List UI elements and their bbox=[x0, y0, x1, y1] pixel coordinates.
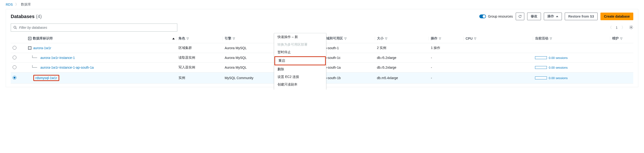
settings-button[interactable] bbox=[629, 25, 633, 30]
cell-role: 区域集群 bbox=[176, 43, 223, 53]
search-icon bbox=[13, 26, 17, 29]
col-header-activity[interactable]: 当前活动▽ bbox=[533, 34, 610, 43]
select-radio[interactable] bbox=[12, 56, 16, 59]
activity-sessions-link[interactable]: 0.00 sessions bbox=[549, 56, 568, 60]
svg-point-2 bbox=[631, 27, 632, 28]
select-radio[interactable] bbox=[12, 65, 16, 69]
cell-cpu bbox=[464, 43, 533, 53]
gear-icon bbox=[629, 25, 633, 29]
cell-cpu bbox=[464, 63, 533, 72]
cell-maint bbox=[610, 63, 633, 72]
page-number: 1 bbox=[616, 26, 618, 29]
dropdown-item[interactable]: 创建 Aurora 只读副本 bbox=[274, 88, 326, 90]
sort-icon: ▽ bbox=[620, 37, 622, 40]
tree-branch-icon bbox=[30, 65, 38, 70]
cell-region: ap-south-1 bbox=[321, 43, 375, 53]
dropdown-item[interactable]: 设置 EC2 连接 bbox=[274, 73, 326, 81]
svg-point-0 bbox=[14, 26, 16, 28]
col-header-region[interactable]: 区域和可用区▽ bbox=[321, 34, 375, 43]
refresh-icon bbox=[518, 14, 522, 18]
col-header-id[interactable]: +数据库标识符 bbox=[26, 34, 176, 43]
cell-role: 读取器实例 bbox=[176, 53, 223, 63]
filter-container bbox=[11, 23, 177, 32]
collapse-icon[interactable]: − bbox=[28, 46, 32, 50]
svg-line-1 bbox=[16, 28, 17, 29]
cell-cpu bbox=[464, 53, 533, 63]
group-resources-label: Group resources bbox=[488, 14, 513, 18]
filter-input[interactable] bbox=[19, 26, 175, 29]
col-header-cpu[interactable]: CPU▽ bbox=[464, 34, 533, 43]
col-header-maint[interactable]: 维护▽ bbox=[610, 34, 633, 43]
cell-maint bbox=[610, 72, 633, 84]
breadcrumb-root[interactable]: RDS bbox=[6, 2, 13, 6]
actions-button[interactable]: 操作 bbox=[544, 12, 562, 20]
dropdown-item[interactable]: 创建只读副本 bbox=[274, 81, 326, 88]
sort-icon: ▽ bbox=[186, 37, 189, 40]
activity-bar bbox=[535, 76, 547, 79]
db-identifier-link[interactable]: rdsmysql-1w1r bbox=[36, 76, 57, 80]
tree-branch-icon bbox=[30, 55, 38, 60]
modify-button[interactable]: 修改 bbox=[527, 12, 541, 20]
cell-ops: 1 操作 bbox=[429, 43, 464, 53]
cell-size: 2 实例 bbox=[375, 43, 429, 53]
caret-up-icon bbox=[556, 16, 558, 17]
sort-icon: ▽ bbox=[385, 37, 387, 40]
restore-button[interactable]: Restore from S3 bbox=[565, 12, 598, 20]
activity-sessions-link[interactable]: 0.00 sessions bbox=[549, 76, 568, 80]
cell-region: ap-south-1b bbox=[321, 72, 375, 84]
cell-ops: - bbox=[429, 53, 464, 63]
select-radio[interactable] bbox=[12, 76, 16, 80]
activity-sessions-link[interactable]: 0.00 sessions bbox=[549, 66, 568, 69]
dropdown-item: 转换为多可用区部署 bbox=[274, 41, 326, 48]
select-radio[interactable] bbox=[12, 46, 16, 50]
sort-icon: ▽ bbox=[344, 37, 346, 40]
cell-size: db.m5.4xlarge bbox=[375, 72, 429, 84]
activity-bar bbox=[535, 66, 547, 69]
cell-ops: - bbox=[429, 63, 464, 72]
breadcrumb: RDS 〉 数据库 bbox=[6, 2, 638, 7]
col-header-size[interactable]: 大小▽ bbox=[375, 34, 429, 43]
cell-role: 实例 bbox=[176, 72, 223, 84]
create-database-button[interactable]: Create database bbox=[600, 12, 633, 20]
cell-size: db.r5.2xlarge bbox=[375, 63, 429, 72]
page-next[interactable]: 〉 bbox=[622, 25, 625, 30]
col-header-role[interactable]: 角色▽ bbox=[176, 34, 223, 43]
activity-bar bbox=[535, 56, 547, 59]
sort-asc-icon bbox=[172, 38, 175, 39]
db-identifier-link[interactable]: aurora-1w1r-instance-1 bbox=[40, 56, 75, 60]
group-resources-toggle[interactable] bbox=[479, 14, 486, 18]
refresh-button[interactable] bbox=[516, 12, 524, 20]
cell-cpu bbox=[464, 72, 533, 84]
actions-dropdown: 快速操作 – 新转换为多可用区部署暂时停止重启删除设置 EC2 连接创建只读副本… bbox=[274, 33, 326, 90]
page-title: Databases bbox=[11, 14, 34, 19]
chevron-right-icon: 〉 bbox=[15, 2, 18, 7]
dropdown-item[interactable]: 重启 bbox=[274, 56, 326, 65]
dropdown-item[interactable]: 快速操作 – 新 bbox=[274, 33, 326, 41]
dropdown-item[interactable]: 暂时停止 bbox=[274, 48, 326, 56]
sort-icon: ▽ bbox=[233, 37, 235, 40]
cell-size: db.r5.2xlarge bbox=[375, 53, 429, 63]
cell-maint bbox=[610, 53, 633, 63]
breadcrumb-current: 数据库 bbox=[21, 2, 31, 7]
db-identifier-link[interactable]: aurora-1w1r-instance-1-ap-south-1a bbox=[40, 66, 94, 69]
col-header-ops[interactable]: 操作▽ bbox=[429, 34, 464, 43]
resource-count: (4) bbox=[36, 14, 42, 19]
cell-region: ap-south-1a bbox=[321, 63, 375, 72]
dropdown-item[interactable]: 删除 bbox=[274, 66, 326, 73]
actions-button-label: 操作 bbox=[548, 14, 554, 18]
page-prev[interactable]: 〈 bbox=[608, 25, 612, 30]
cell-maint bbox=[610, 43, 633, 53]
databases-panel: Databases (4) Group resources 修改 操作 Rest… bbox=[6, 9, 638, 87]
cell-region: ap-south-1c bbox=[321, 53, 375, 63]
db-identifier-link[interactable]: aurora-1w1r bbox=[33, 46, 51, 50]
cell-ops: - bbox=[429, 72, 464, 84]
sort-icon: ▽ bbox=[550, 37, 552, 40]
sort-icon: ▽ bbox=[439, 37, 441, 40]
sort-icon: ▽ bbox=[474, 37, 476, 40]
cell-role: 写入器实例 bbox=[176, 63, 223, 72]
expand-all-icon[interactable]: + bbox=[28, 37, 32, 40]
